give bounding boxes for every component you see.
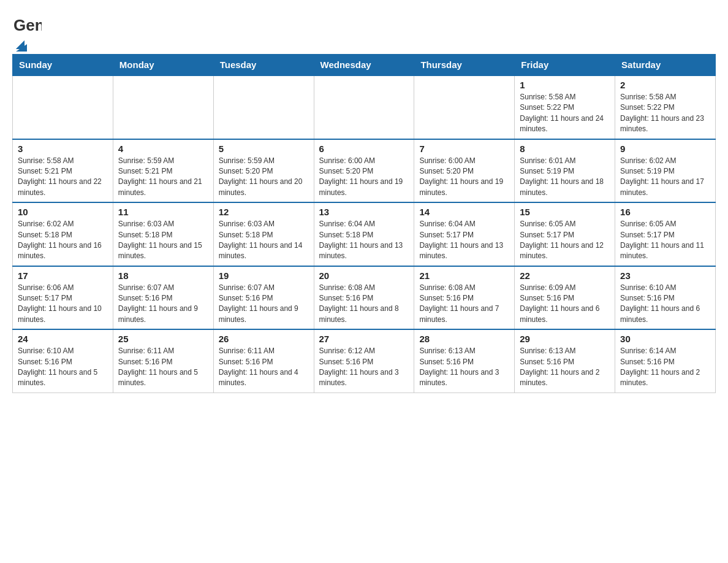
day-info-5: Sunrise: 5:59 AM Sunset: 5:20 PM Dayligh…: [219, 156, 309, 199]
day-info-13: Sunrise: 6:04 AM Sunset: 5:18 PM Dayligh…: [319, 219, 409, 262]
day-info-1: Sunrise: 5:58 AM Sunset: 5:22 PM Dayligh…: [520, 92, 610, 135]
day-info-14: Sunrise: 6:04 AM Sunset: 5:17 PM Dayligh…: [419, 219, 509, 262]
day-number-22: 22: [520, 270, 610, 281]
logo: General: [12, 12, 42, 48]
logo-arrow-icon: [13, 38, 27, 52]
day-number-8: 8: [520, 144, 610, 154]
calendar-cell-week2-day5: 7Sunrise: 6:00 AM Sunset: 5:20 PM Daylig…: [414, 139, 515, 203]
day-number-21: 21: [419, 270, 509, 281]
day-number-5: 5: [219, 144, 309, 154]
calendar-cell-week4-day5: 21Sunrise: 6:08 AM Sunset: 5:16 PM Dayli…: [414, 266, 515, 330]
day-number-28: 28: [419, 334, 509, 344]
day-info-25: Sunrise: 6:11 AM Sunset: 5:16 PM Dayligh…: [118, 346, 208, 389]
day-number-10: 10: [18, 207, 108, 217]
calendar-cell-week4-day3: 19Sunrise: 6:07 AM Sunset: 5:16 PM Dayli…: [213, 266, 314, 330]
calendar-week-1: 1Sunrise: 5:58 AM Sunset: 5:22 PM Daylig…: [13, 75, 716, 139]
calendar-table: SundayMondayTuesdayWednesdayThursdayFrid…: [12, 54, 716, 393]
calendar-cell-week1-day1: [13, 75, 113, 139]
calendar-cell-week2-day4: 6Sunrise: 6:00 AM Sunset: 5:20 PM Daylig…: [314, 139, 414, 203]
day-info-24: Sunrise: 6:10 AM Sunset: 5:16 PM Dayligh…: [18, 346, 108, 389]
calendar-cell-week3-day2: 11Sunrise: 6:03 AM Sunset: 5:18 PM Dayli…: [113, 202, 213, 266]
day-number-3: 3: [18, 144, 108, 154]
day-number-27: 27: [319, 334, 409, 344]
day-info-18: Sunrise: 6:07 AM Sunset: 5:16 PM Dayligh…: [118, 283, 208, 326]
day-info-2: Sunrise: 5:58 AM Sunset: 5:22 PM Dayligh…: [620, 92, 710, 135]
calendar-cell-week3-day7: 16Sunrise: 6:05 AM Sunset: 5:17 PM Dayli…: [615, 202, 716, 266]
calendar-week-3: 10Sunrise: 6:02 AM Sunset: 5:18 PM Dayli…: [13, 202, 716, 266]
calendar-cell-week4-day2: 18Sunrise: 6:07 AM Sunset: 5:16 PM Dayli…: [113, 266, 213, 330]
calendar-week-2: 3Sunrise: 5:58 AM Sunset: 5:21 PM Daylig…: [13, 139, 716, 203]
weekday-header-monday: Monday: [113, 55, 213, 76]
day-number-9: 9: [620, 144, 710, 154]
day-number-11: 11: [118, 207, 208, 217]
calendar-cell-week1-day5: [414, 75, 515, 139]
calendar-cell-week1-day2: [113, 75, 213, 139]
calendar-cell-week5-day2: 25Sunrise: 6:11 AM Sunset: 5:16 PM Dayli…: [113, 329, 213, 393]
calendar-cell-week1-day7: 2Sunrise: 5:58 AM Sunset: 5:22 PM Daylig…: [615, 75, 716, 139]
day-number-12: 12: [219, 207, 309, 217]
calendar-cell-week5-day1: 24Sunrise: 6:10 AM Sunset: 5:16 PM Dayli…: [13, 329, 113, 393]
day-info-26: Sunrise: 6:11 AM Sunset: 5:16 PM Dayligh…: [219, 346, 309, 389]
day-number-26: 26: [219, 334, 309, 344]
weekday-header-saturday: Saturday: [615, 55, 716, 76]
weekday-header-tuesday: Tuesday: [213, 55, 314, 76]
day-info-17: Sunrise: 6:06 AM Sunset: 5:17 PM Dayligh…: [18, 283, 108, 326]
day-info-15: Sunrise: 6:05 AM Sunset: 5:17 PM Dayligh…: [520, 219, 610, 262]
day-number-24: 24: [18, 334, 108, 344]
day-number-1: 1: [520, 80, 610, 90]
calendar-cell-week5-day7: 30Sunrise: 6:14 AM Sunset: 5:16 PM Dayli…: [615, 329, 716, 393]
day-info-27: Sunrise: 6:12 AM Sunset: 5:16 PM Dayligh…: [319, 346, 409, 389]
calendar-cell-week4-day4: 20Sunrise: 6:08 AM Sunset: 5:16 PM Dayli…: [314, 266, 414, 330]
calendar-cell-week1-day6: 1Sunrise: 5:58 AM Sunset: 5:22 PM Daylig…: [515, 75, 615, 139]
day-number-29: 29: [520, 334, 610, 344]
day-info-21: Sunrise: 6:08 AM Sunset: 5:16 PM Dayligh…: [419, 283, 509, 326]
day-number-14: 14: [419, 207, 509, 217]
day-info-3: Sunrise: 5:58 AM Sunset: 5:21 PM Dayligh…: [18, 156, 108, 199]
calendar-cell-week2-day1: 3Sunrise: 5:58 AM Sunset: 5:21 PM Daylig…: [13, 139, 113, 203]
calendar-cell-week5-day4: 27Sunrise: 6:12 AM Sunset: 5:16 PM Dayli…: [314, 329, 414, 393]
calendar-cell-week2-day6: 8Sunrise: 6:01 AM Sunset: 5:19 PM Daylig…: [515, 139, 615, 203]
calendar-cell-week3-day5: 14Sunrise: 6:04 AM Sunset: 5:17 PM Dayli…: [414, 202, 515, 266]
weekday-header-wednesday: Wednesday: [314, 55, 414, 76]
day-info-28: Sunrise: 6:13 AM Sunset: 5:16 PM Dayligh…: [419, 346, 509, 389]
calendar-cell-week4-day1: 17Sunrise: 6:06 AM Sunset: 5:17 PM Dayli…: [13, 266, 113, 330]
calendar-cell-week4-day7: 23Sunrise: 6:10 AM Sunset: 5:16 PM Dayli…: [615, 266, 716, 330]
day-info-7: Sunrise: 6:00 AM Sunset: 5:20 PM Dayligh…: [419, 156, 509, 199]
calendar-cell-week3-day3: 12Sunrise: 6:03 AM Sunset: 5:18 PM Dayli…: [213, 202, 314, 266]
svg-text:General: General: [13, 16, 42, 34]
day-number-6: 6: [319, 144, 409, 154]
day-info-19: Sunrise: 6:07 AM Sunset: 5:16 PM Dayligh…: [219, 283, 309, 326]
calendar-cell-week2-day3: 5Sunrise: 5:59 AM Sunset: 5:20 PM Daylig…: [213, 139, 314, 203]
day-number-19: 19: [219, 270, 309, 281]
logo-icon: General: [12, 12, 42, 42]
day-info-6: Sunrise: 6:00 AM Sunset: 5:20 PM Dayligh…: [319, 156, 409, 199]
day-number-25: 25: [118, 334, 208, 344]
day-number-13: 13: [319, 207, 409, 217]
day-number-4: 4: [118, 144, 208, 154]
calendar-cell-week1-day4: [314, 75, 414, 139]
day-number-15: 15: [520, 207, 610, 217]
day-info-29: Sunrise: 6:13 AM Sunset: 5:16 PM Dayligh…: [520, 346, 610, 389]
calendar-cell-week5-day6: 29Sunrise: 6:13 AM Sunset: 5:16 PM Dayli…: [515, 329, 615, 393]
day-info-11: Sunrise: 6:03 AM Sunset: 5:18 PM Dayligh…: [118, 219, 208, 262]
day-info-30: Sunrise: 6:14 AM Sunset: 5:16 PM Dayligh…: [620, 346, 710, 389]
calendar-cell-week3-day4: 13Sunrise: 6:04 AM Sunset: 5:18 PM Dayli…: [314, 202, 414, 266]
day-number-18: 18: [118, 270, 208, 281]
calendar-cell-week4-day6: 22Sunrise: 6:09 AM Sunset: 5:16 PM Dayli…: [515, 266, 615, 330]
day-info-8: Sunrise: 6:01 AM Sunset: 5:19 PM Dayligh…: [520, 156, 610, 199]
day-info-20: Sunrise: 6:08 AM Sunset: 5:16 PM Dayligh…: [319, 283, 409, 326]
calendar-cell-week2-day7: 9Sunrise: 6:02 AM Sunset: 5:19 PM Daylig…: [615, 139, 716, 203]
calendar-cell-week2-day2: 4Sunrise: 5:59 AM Sunset: 5:21 PM Daylig…: [113, 139, 213, 203]
calendar-cell-week5-day5: 28Sunrise: 6:13 AM Sunset: 5:16 PM Dayli…: [414, 329, 515, 393]
calendar-cell-week1-day3: [213, 75, 314, 139]
day-number-23: 23: [620, 270, 710, 281]
day-info-9: Sunrise: 6:02 AM Sunset: 5:19 PM Dayligh…: [620, 156, 710, 199]
day-info-23: Sunrise: 6:10 AM Sunset: 5:16 PM Dayligh…: [620, 283, 710, 326]
weekday-header-sunday: Sunday: [13, 55, 113, 76]
calendar-week-4: 17Sunrise: 6:06 AM Sunset: 5:17 PM Dayli…: [13, 266, 716, 330]
day-number-17: 17: [18, 270, 108, 281]
day-info-10: Sunrise: 6:02 AM Sunset: 5:18 PM Dayligh…: [18, 219, 108, 262]
day-info-4: Sunrise: 5:59 AM Sunset: 5:21 PM Dayligh…: [118, 156, 208, 199]
calendar-cell-week3-day1: 10Sunrise: 6:02 AM Sunset: 5:18 PM Dayli…: [13, 202, 113, 266]
day-info-22: Sunrise: 6:09 AM Sunset: 5:16 PM Dayligh…: [520, 283, 610, 326]
